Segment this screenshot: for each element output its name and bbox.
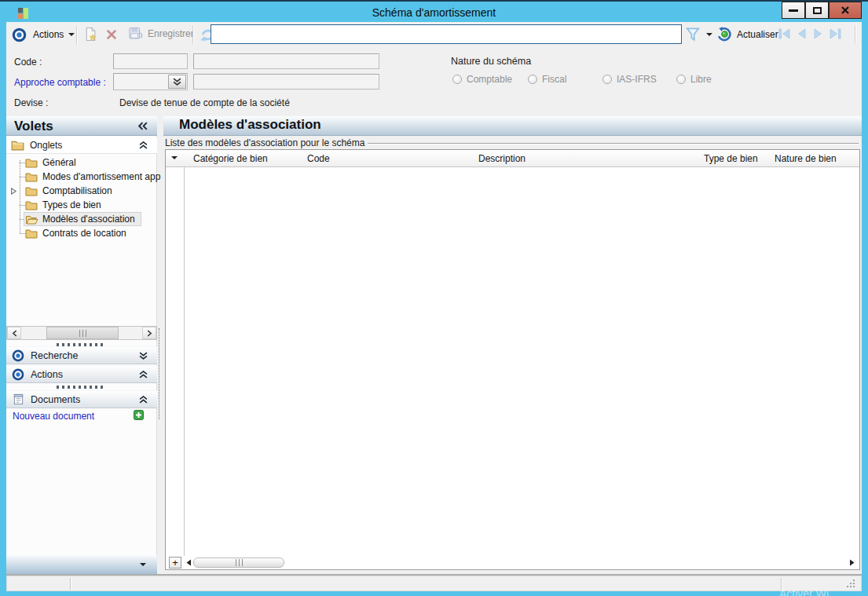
vertical-splitter-handle[interactable] <box>159 328 159 419</box>
column-header-nature[interactable]: Nature de bien <box>775 153 837 164</box>
devise-label: Devise : <box>14 97 48 108</box>
nav-prev-button[interactable] <box>796 28 807 42</box>
scrollbar-thumb[interactable] <box>46 327 119 339</box>
folder-icon <box>25 200 38 210</box>
filter-button[interactable] <box>685 26 701 45</box>
radio-ias-ifrs: IAS-IFRS <box>602 74 657 85</box>
chevron-left-icon <box>12 330 17 337</box>
actions-menu-button[interactable]: Actions <box>33 29 75 40</box>
chevron-double-up-icon <box>139 396 148 404</box>
save-icon <box>127 26 143 41</box>
code-description-input <box>193 53 379 69</box>
close-button[interactable] <box>829 2 862 19</box>
folder-icon <box>25 158 38 168</box>
refresh-button-label: Actualiser <box>737 29 778 40</box>
radio-icon <box>528 75 537 84</box>
scrollbar-thumb[interactable] <box>193 558 284 568</box>
column-header-code[interactable]: Code <box>307 153 330 164</box>
radio-label: Libre <box>690 74 712 85</box>
tree-item-contrats-location[interactable]: Contrats de location <box>6 226 157 240</box>
scrollbar-grip <box>79 330 86 337</box>
filter-caret-icon[interactable] <box>706 33 712 36</box>
open-folder-icon <box>25 214 38 225</box>
tree-item-general[interactable]: Général <box>6 155 157 170</box>
documents-section-header[interactable]: Documents <box>6 390 157 408</box>
table-horizontal-scrollbar[interactable]: + <box>166 556 859 569</box>
save-button[interactable]: Enregistrer <box>127 26 194 41</box>
chevron-double-up-icon <box>139 141 148 149</box>
nav-prev-icon <box>796 28 807 39</box>
tree-item-modeles-association[interactable]: Modèles d'association <box>6 212 157 226</box>
folder-icon <box>11 140 24 151</box>
approche-comptable-link[interactable]: Approche comptable : <box>14 77 106 88</box>
group-rule <box>368 143 859 144</box>
refresh-button[interactable]: Actualiser <box>717 27 778 42</box>
app-window: Schéma d'amortissement Actions <box>0 0 868 596</box>
scroll-left-button[interactable] <box>7 327 21 339</box>
chevron-double-up-icon <box>139 371 148 378</box>
tree-item-label: Modèles d'association <box>42 214 135 225</box>
chevron-double-down-icon <box>173 78 181 86</box>
new-document-icon <box>83 27 98 42</box>
recherche-section-header[interactable]: Recherche <box>6 346 157 364</box>
delete-record-button[interactable] <box>105 28 118 43</box>
nav-next-button[interactable] <box>813 28 824 42</box>
minimize-button[interactable] <box>782 2 805 19</box>
recherche-label: Recherche <box>31 350 78 361</box>
folder-icon <box>25 172 38 182</box>
radio-label: Fiscal <box>542 74 566 85</box>
folder-icon <box>25 186 38 196</box>
volets-title: Volets <box>14 119 53 134</box>
tree-item-comptabilisation[interactable]: Comptabilisation <box>6 184 157 198</box>
folder-icon <box>25 229 38 239</box>
toolbar-separator <box>855 26 855 44</box>
add-document-button[interactable] <box>134 410 144 422</box>
tree-item-types-de-bien[interactable]: Types de bien <box>6 198 157 212</box>
actualiser-icon <box>717 27 732 42</box>
sidebar-horizontal-scrollbar[interactable] <box>6 326 157 340</box>
code-label: Code : <box>14 57 42 68</box>
caret-down-icon <box>171 156 178 159</box>
maximize-button[interactable] <box>805 2 829 19</box>
radio-label: Comptable <box>467 74 512 85</box>
nouveau-document-link[interactable]: Nouveau document <box>13 411 94 422</box>
new-record-button[interactable] <box>83 27 98 44</box>
filter-funnel-icon <box>685 26 701 42</box>
toolbar-separator <box>192 26 193 44</box>
approche-combo[interactable] <box>113 73 188 90</box>
tree-item-modes-amortissement[interactable]: Modes d'amortissement app <box>6 170 157 184</box>
tree-item-label: Comptabilisation <box>42 185 112 196</box>
documents-label: Documents <box>31 394 80 405</box>
actions-caret-icon <box>68 33 75 36</box>
documents-icon <box>13 393 24 405</box>
column-header-type[interactable]: Type de bien <box>704 153 758 164</box>
table-body-empty <box>185 167 859 556</box>
plus-icon <box>134 410 144 420</box>
toolbar-separator <box>76 26 77 44</box>
scroll-right-arrow-icon[interactable] <box>849 559 855 566</box>
nav-first-button[interactable] <box>778 28 791 42</box>
sidebar-bottom-bar[interactable] <box>6 555 157 574</box>
onglets-section-header[interactable]: Onglets <box>6 137 157 154</box>
approche-combo-button[interactable] <box>168 75 186 89</box>
radio-icon <box>676 75 686 84</box>
maximize-icon <box>813 7 822 14</box>
row-selector-header-cell[interactable] <box>171 156 178 159</box>
radio-icon <box>602 75 612 84</box>
title-bar[interactable]: Schéma d'amortissement <box>6 2 862 22</box>
main-panel-title: Modèles d'association <box>179 117 321 133</box>
search-input[interactable] <box>211 24 682 44</box>
scroll-left-arrow-icon[interactable] <box>185 559 192 566</box>
add-row-button[interactable]: + <box>169 557 181 569</box>
chevron-double-down-icon <box>139 352 148 360</box>
scroll-right-button[interactable] <box>142 327 156 339</box>
nav-last-icon <box>829 28 842 39</box>
splitter-handle[interactable] <box>57 386 105 389</box>
nav-last-button[interactable] <box>829 28 842 42</box>
actions-section-header[interactable]: Actions <box>6 365 157 383</box>
collapse-sidebar-button[interactable] <box>138 122 148 133</box>
column-header-description[interactable]: Description <box>478 153 526 164</box>
column-header-categorie[interactable]: Catégorie de bien <box>193 153 268 164</box>
approche-description-input <box>193 74 379 90</box>
delete-icon <box>105 28 118 41</box>
